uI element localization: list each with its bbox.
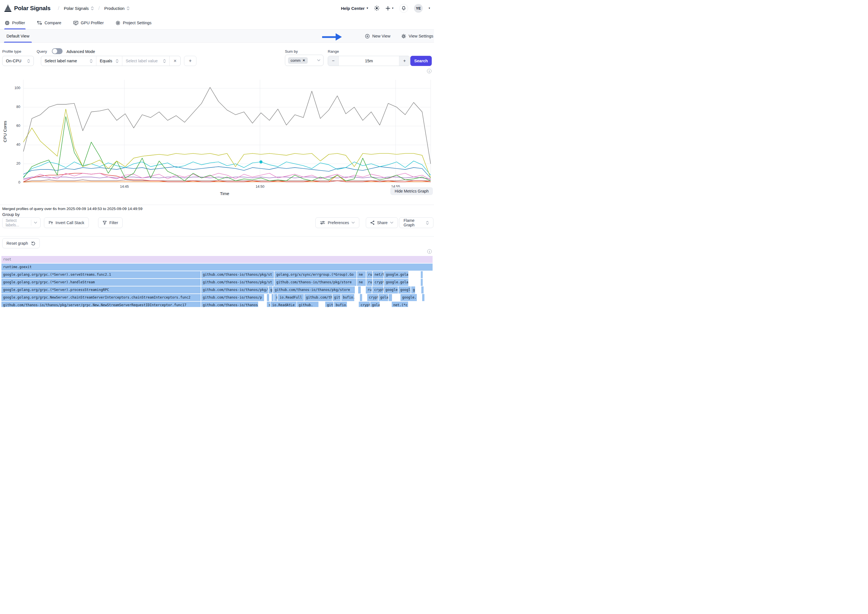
- view-settings-button[interactable]: View Settings: [401, 29, 434, 43]
- flame-cell[interactable]: git: [325, 302, 333, 307]
- flame-cell[interactable]: google.golang.org/g: [384, 271, 408, 278]
- brand-logo[interactable]: Polar Signals: [4, 5, 50, 12]
- tab-project-settings[interactable]: Project Settings: [115, 16, 152, 29]
- flame-cell[interactable]: github.com/thanos-io/thanos/pkg/store: [274, 279, 356, 286]
- new-view-button[interactable]: New View: [365, 29, 390, 43]
- flame-cell[interactable]: crypt: [372, 287, 383, 293]
- advanced-mode-toggle[interactable]: [52, 48, 62, 54]
- range-value[interactable]: 15m: [339, 56, 399, 66]
- info-icon[interactable]: i: [427, 249, 432, 254]
- metrics-chart[interactable]: [23, 80, 431, 183]
- reset-graph-button[interactable]: Reset graph: [2, 238, 40, 248]
- flame-cell[interactable]: [360, 294, 362, 301]
- profile-type-select[interactable]: On-CPU: [2, 56, 34, 66]
- flame-row: runtime.goexit: [2, 264, 432, 271]
- flame-cell[interactable]: github.: [297, 302, 319, 307]
- search-button[interactable]: Search: [410, 56, 432, 66]
- flame-cell[interactable]: g: [268, 287, 273, 293]
- group-by-select[interactable]: Select labels...: [2, 217, 40, 228]
- flame-cell[interactable]: crypt: [373, 279, 384, 286]
- flame-cell[interactable]: [267, 294, 269, 301]
- flame-cell[interactable]: github.com/thanos-io/thanos/p: [201, 294, 264, 301]
- flame-cell[interactable]: io.ReadFull: [278, 294, 304, 301]
- highlighted-data-point[interactable]: [259, 160, 262, 163]
- preferences-button[interactable]: Preferences: [315, 217, 359, 228]
- share-button[interactable]: Share: [366, 217, 398, 228]
- flame-cell[interactable]: github.com/th: [304, 294, 332, 301]
- flame-cell[interactable]: github.com/thanos-io/thanos/pkg/server/g…: [2, 302, 201, 307]
- flame-cell[interactable]: ne: [357, 279, 366, 286]
- add-matcher-button[interactable]: +: [184, 56, 197, 66]
- hide-metrics-graph-button[interactable]: Hide Metrics Graph: [390, 187, 433, 195]
- flame-cell[interactable]: [272, 294, 274, 301]
- visualization-select[interactable]: Flame Graph: [399, 217, 434, 228]
- remove-matcher-button[interactable]: ✕: [170, 56, 180, 66]
- flame-cell[interactable]: crypt: [367, 294, 378, 301]
- flame-cell[interactable]: ru: [366, 279, 372, 286]
- flame-cell[interactable]: net/h: [373, 271, 384, 278]
- flame-cell[interactable]: gola: [370, 302, 380, 307]
- label-name-select[interactable]: Select label name: [41, 56, 96, 66]
- tab-compare[interactable]: Compare: [36, 16, 62, 29]
- create-new-menu[interactable]: ▾: [386, 6, 394, 11]
- flame-cell[interactable]: [389, 294, 392, 301]
- flame-cell[interactable]: [421, 287, 423, 293]
- flame-cell[interactable]: s: [267, 302, 270, 307]
- flame-cell[interactable]: runtime.goexit: [2, 264, 432, 271]
- flame-cell[interactable]: io.ReadAtLe: [271, 302, 296, 307]
- invert-call-stack-button[interactable]: Invert Call Stack: [44, 217, 89, 228]
- avatar[interactable]: YE: [414, 4, 423, 13]
- flame-cell[interactable]: google.golang.org/g: [384, 279, 408, 286]
- flame-cell[interactable]: golang.org/x/sync/errgroup.(*Group).Go: [274, 271, 356, 278]
- flame-cell[interactable]: google.go: [384, 287, 398, 293]
- flame-cell[interactable]: ne: [357, 271, 366, 278]
- chevron-up-down-icon: [426, 221, 429, 225]
- flame-cell[interactable]: root: [2, 256, 432, 263]
- flame-cell[interactable]: bufio.: [341, 294, 354, 301]
- flame-cell[interactable]: ru: [366, 271, 372, 278]
- account-menu-caret[interactable]: ▾: [429, 7, 430, 9]
- flame-cell[interactable]: google.golang.org/grpc.NewServer.chainSt…: [2, 294, 201, 301]
- flame-cell[interactable]: github.com/thanos-io/thanos/pkg/: [201, 287, 268, 293]
- flame-cell[interactable]: [358, 287, 361, 293]
- flame-cell[interactable]: google.golang.org/grpc.(*Server).handleS…: [2, 279, 201, 286]
- flame-cell[interactable]: s: [274, 294, 277, 301]
- flame-cell[interactable]: [422, 294, 425, 301]
- flame-cell[interactable]: google.golang.org/grpc.(*Server).process…: [2, 287, 201, 293]
- theme-toggle-button[interactable]: [374, 5, 380, 11]
- range-decrease-button[interactable]: −: [328, 56, 339, 66]
- filter-button[interactable]: Filter: [98, 217, 122, 228]
- flame-cell[interactable]: github.com/thanos-io/thanos/p: [201, 302, 258, 307]
- tab-gpu-profiler[interactable]: GPU Profiler: [73, 16, 104, 29]
- flame-gap: [355, 287, 358, 293]
- flame-cell[interactable]: github.com/thanos-io/thanos/pkg/st: [201, 271, 274, 278]
- flame-cell[interactable]: ru: [366, 287, 372, 293]
- chip-close-icon[interactable]: ✕: [302, 59, 305, 62]
- flame-cell[interactable]: g: [411, 287, 415, 293]
- flame-cell[interactable]: google.golang.org/grpc.(*Server).serveSt…: [2, 271, 201, 278]
- label-value-select[interactable]: Select label value: [122, 56, 170, 66]
- flame-cell[interactable]: gola: [378, 294, 388, 301]
- flame-cell[interactable]: net.(*c: [392, 302, 408, 307]
- flame-cell[interactable]: google.: [398, 287, 411, 293]
- flame-cell[interactable]: [421, 279, 423, 286]
- flame-cell[interactable]: github.com/thanos-io/thanos/pkg/store: [273, 287, 355, 293]
- sum-by-select[interactable]: comm ✕: [285, 55, 324, 66]
- flame-cell[interactable]: git: [333, 294, 341, 301]
- operator-select[interactable]: Equals: [96, 56, 122, 66]
- flame-cell[interactable]: bufio.: [334, 302, 347, 307]
- breadcrumb-project-selector[interactable]: Polar Signals: [62, 5, 95, 12]
- invert-stack-icon: [48, 221, 53, 225]
- help-center-menu[interactable]: Help Center ▾: [341, 6, 368, 11]
- breadcrumb-environment-selector[interactable]: Production: [102, 5, 131, 12]
- tab-profiler[interactable]: Profiler: [4, 16, 26, 29]
- flame-cell[interactable]: crypt: [359, 302, 369, 307]
- flame-cell[interactable]: github.com/thanos-io/thanos/pkg/st: [201, 279, 274, 286]
- flame-cell[interactable]: google.: [400, 294, 417, 301]
- tab-default-view[interactable]: Default View: [4, 29, 32, 43]
- range-increase-button[interactable]: +: [399, 56, 410, 66]
- flame-row: google.golang.org/grpc.(*Server).handleS…: [2, 279, 432, 286]
- info-icon[interactable]: i: [427, 69, 431, 73]
- notifications-button[interactable]: [399, 4, 408, 13]
- flame-cell[interactable]: [421, 271, 423, 278]
